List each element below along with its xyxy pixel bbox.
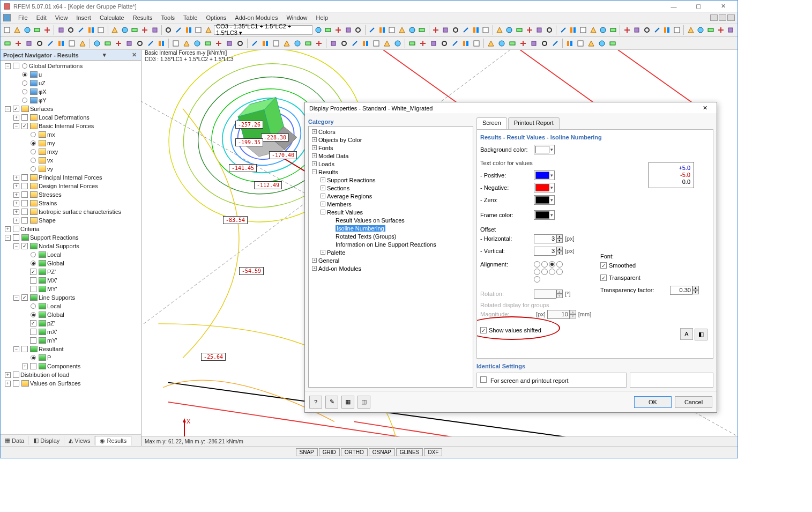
toolbar-btn-43[interactable]	[558, 25, 568, 35]
nav-item[interactable]: +Components	[2, 362, 140, 370]
toolbar-btn-34[interactable]	[461, 25, 471, 35]
navigator-tree[interactable]: −Global DeformationsuuZφXφY−✓Surfaces+Lo…	[1, 61, 141, 434]
status-grid[interactable]: GRID	[319, 448, 340, 456]
spin-down[interactable]: ▾	[556, 239, 563, 243]
nav-item[interactable]: −Global Deformations	[2, 62, 140, 70]
tree-checkbox[interactable]	[21, 191, 28, 198]
nav-item[interactable]: u	[2, 70, 140, 79]
toolbar-btn-48[interactable]	[609, 25, 618, 35]
nav-item[interactable]: mY'	[2, 336, 140, 345]
category-item[interactable]: +Support Reactions	[310, 176, 472, 184]
toolbar2-btn-1[interactable]	[13, 39, 23, 48]
menu-help[interactable]: Help	[312, 13, 332, 22]
toolbar2-btn-15[interactable]	[171, 39, 181, 48]
toolbar-btn-10[interactable]	[110, 25, 120, 35]
transparent-checkbox[interactable]	[600, 274, 607, 281]
nav-item[interactable]: φX	[2, 87, 140, 96]
toolbar2-btn-16[interactable]	[182, 39, 191, 48]
nav-item[interactable]: +Stresses	[2, 190, 140, 199]
toolbar-btn-49[interactable]	[622, 25, 631, 35]
tree-checkbox[interactable]: ✓	[21, 243, 28, 249]
cat-toggle[interactable]: +	[312, 258, 317, 263]
toolbar2-btn-0[interactable]	[3, 39, 12, 48]
tree-radio[interactable]	[31, 166, 36, 172]
toolbar2-btn-12[interactable]	[135, 39, 145, 48]
toolbar-btn-40[interactable]	[525, 25, 534, 35]
toolbar-btn-29[interactable]	[407, 25, 416, 35]
menu-addons[interactable]: Add-on Modules	[231, 13, 281, 22]
spin-up[interactable]: ▴	[556, 247, 563, 251]
menu-file[interactable]: File	[14, 13, 32, 22]
toolbar-btn-26[interactable]	[377, 25, 386, 35]
toolbar-btn-45[interactable]	[579, 25, 588, 35]
tree-toggle[interactable]: +	[13, 175, 19, 181]
nav-item[interactable]: my	[2, 139, 140, 147]
nav-item[interactable]: +Design Internal Forces	[2, 182, 140, 190]
nav-item[interactable]: +Principal Internal Forces	[2, 173, 140, 182]
tree-checkbox[interactable]	[30, 363, 36, 369]
alignment-grid[interactable]	[534, 261, 566, 283]
tree-radio[interactable]	[31, 261, 36, 266]
category-item[interactable]: Isoline Numbering	[310, 224, 472, 232]
nav-item[interactable]: −Support Reactions	[2, 233, 140, 242]
tree-toggle[interactable]: +	[13, 209, 19, 215]
nav-item[interactable]: vx	[2, 156, 140, 165]
toolbar-btn-44[interactable]	[569, 25, 578, 35]
nav-item[interactable]: φY	[2, 96, 140, 105]
toolbar-btn-36[interactable]	[481, 25, 490, 35]
window-maximize-button[interactable]: ▢	[687, 1, 710, 12]
nav-item[interactable]: Global	[2, 310, 140, 319]
toolbar2-btn-35[interactable]	[393, 39, 403, 48]
cat-toggle[interactable]: +	[321, 185, 325, 190]
window-minimize-button[interactable]: —	[662, 1, 686, 12]
navigator-close-button[interactable]: ✕	[130, 51, 138, 58]
toolbar2-btn-34[interactable]	[382, 39, 392, 48]
tree-toggle[interactable]: −	[13, 123, 19, 129]
tree-radio[interactable]	[31, 140, 36, 146]
status-snap[interactable]: SNAP	[296, 448, 318, 456]
toolbar2-btn-33[interactable]	[371, 39, 381, 48]
toolbar2-btn-9[interactable]	[103, 39, 113, 48]
toolbar2-btn-46[interactable]	[518, 39, 528, 48]
tree-radio[interactable]	[31, 149, 36, 154]
cat-toggle[interactable]: +	[312, 266, 317, 271]
toolbar-btn-1[interactable]	[13, 25, 22, 35]
tree-radio[interactable]	[31, 132, 36, 137]
toolbar-btn-12[interactable]	[130, 25, 139, 35]
menu-window[interactable]: Window	[282, 13, 311, 22]
nav-item[interactable]: MY'	[2, 285, 140, 293]
mdi-close-button[interactable]	[727, 14, 735, 21]
toolbar-btn-31[interactable]	[431, 25, 440, 35]
cat-toggle[interactable]: +	[321, 177, 325, 182]
cancel-button[interactable]: Cancel	[675, 396, 712, 408]
tree-radio[interactable]	[31, 312, 36, 317]
toolbar-btn-16[interactable]	[174, 25, 183, 35]
toolbar-btn-17[interactable]	[184, 25, 193, 35]
spin-down[interactable]: ▾	[556, 251, 563, 255]
tree-toggle[interactable]: −	[13, 243, 19, 249]
tab-printout[interactable]: Printout Report	[508, 117, 560, 129]
tree-radio[interactable]	[22, 63, 27, 69]
nav-item[interactable]: +Local Deformations	[2, 113, 140, 122]
toolbar2-btn-50[interactable]	[565, 39, 575, 48]
toolbar-btn-47[interactable]	[599, 25, 608, 35]
menu-tools[interactable]: Tools	[157, 13, 178, 22]
category-item[interactable]: +Members	[310, 200, 472, 208]
tree-checkbox[interactable]	[13, 380, 19, 387]
cat-toggle[interactable]: +	[321, 194, 325, 198]
tree-toggle[interactable]: +	[22, 363, 28, 369]
import-button[interactable]: ◫	[357, 396, 370, 409]
toolbar2-btn-40[interactable]	[450, 39, 460, 48]
toolbar2-btn-2[interactable]	[24, 39, 34, 48]
status-dxf[interactable]: DXF	[424, 448, 442, 456]
toolbar2-btn-28[interactable]	[314, 39, 324, 48]
toolbar2-btn-38[interactable]	[429, 39, 438, 48]
nav-tab-results[interactable]: ◉Results	[95, 436, 131, 446]
toolbar2-btn-22[interactable]	[250, 39, 259, 48]
toolbar-btn-25[interactable]	[368, 25, 377, 35]
toolbar-btn-4[interactable]	[43, 25, 52, 35]
toolbar-btn-14[interactable]	[150, 25, 159, 35]
tree-checkbox[interactable]	[21, 114, 28, 121]
toolbar-btn-41[interactable]	[535, 25, 544, 35]
cat-toggle[interactable]: +	[321, 250, 325, 255]
